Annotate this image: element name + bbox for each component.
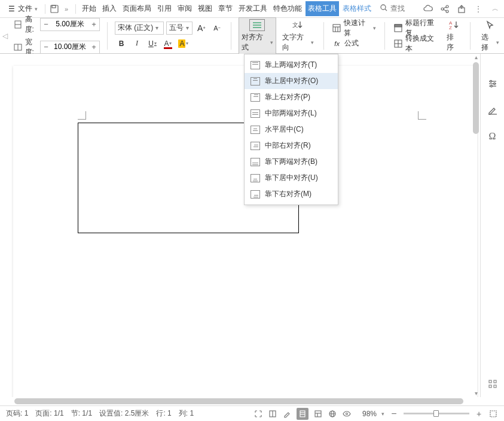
formula-button[interactable]: fx公式 xyxy=(331,37,378,50)
width-spinner[interactable]: − + xyxy=(40,41,100,54)
scroll-thumb[interactable] xyxy=(473,62,479,134)
cursor-button[interactable]: 选择▾ xyxy=(479,18,502,54)
zoom-value[interactable]: 98% xyxy=(362,410,377,418)
calc-group: 快速计算▾ fx公式 xyxy=(331,22,378,50)
web-icon[interactable] xyxy=(328,409,337,419)
font-name-combo[interactable]: 宋体 (正文)▾ xyxy=(115,22,164,35)
status-pageno[interactable]: 页码: 1 xyxy=(6,408,28,419)
width-input[interactable] xyxy=(51,43,88,51)
omega-icon[interactable]: Ω xyxy=(487,130,499,142)
align-top-right[interactable]: 靠上右对齐(P) xyxy=(245,89,338,105)
zoom-in-icon[interactable]: + xyxy=(474,409,484,419)
highlight-button[interactable]: A▾ xyxy=(177,37,190,50)
tab-devtools[interactable]: 开发工具 xyxy=(236,1,270,16)
fullwidth-icon[interactable] xyxy=(253,409,263,419)
tab-pagelayout[interactable]: 页面布局 xyxy=(120,1,154,16)
chevron-up-icon[interactable]: ︿ xyxy=(490,4,500,14)
height-spinner[interactable]: − + xyxy=(40,18,100,31)
status-setting[interactable]: 设置值: 2.5厘米 xyxy=(99,408,149,419)
align-label: 对齐方式 xyxy=(242,32,269,53)
scroll-up-icon[interactable]: ▴ xyxy=(473,54,479,61)
svg-rect-37 xyxy=(494,380,496,383)
underline-button[interactable]: U▾ xyxy=(146,37,159,50)
scroll-down-icon[interactable]: ▾ xyxy=(473,390,479,397)
separator xyxy=(384,22,385,50)
align-mid-justify[interactable]: 中部两端对齐(L) xyxy=(245,105,338,121)
tab-chapter[interactable]: 章节 xyxy=(216,1,235,16)
ribbon-collapse[interactable]: ◁ xyxy=(2,24,10,48)
horizontal-scrollbar[interactable] xyxy=(6,397,472,405)
status-page[interactable]: 页面: 1/1 xyxy=(35,408,63,419)
width-minus[interactable]: − xyxy=(41,41,51,53)
zoom-out-icon[interactable]: − xyxy=(389,409,399,419)
align-mid-right[interactable]: 中部右对齐(R) xyxy=(245,138,338,154)
quickcalc-button[interactable]: 快速计算▾ xyxy=(331,22,378,35)
pageview-icon[interactable] xyxy=(297,408,308,420)
width-plus[interactable]: + xyxy=(88,41,99,53)
eye-icon[interactable] xyxy=(342,409,352,419)
zoom-thumb[interactable] xyxy=(433,410,439,417)
textdir-icon: 文 xyxy=(290,19,306,31)
tab-tablestyle[interactable]: 表格样式 xyxy=(340,1,374,16)
align-bot-center[interactable]: 靠下居中对齐(U) xyxy=(245,170,338,186)
svg-rect-45 xyxy=(315,411,321,417)
header-repeat-button[interactable]: 标题行重复 xyxy=(392,22,441,35)
sort-button[interactable]: AZ 排序 xyxy=(444,18,463,54)
tab-special[interactable]: 特色功能 xyxy=(271,1,304,16)
tab-tabletools[interactable]: 表格工具 xyxy=(306,1,339,16)
fit-icon[interactable] xyxy=(488,409,498,419)
italic-button[interactable]: I xyxy=(130,37,143,50)
height-input[interactable] xyxy=(51,20,88,29)
tab-reference[interactable]: 引用 xyxy=(155,1,174,16)
kebab-icon[interactable]: ⋮ xyxy=(473,4,484,14)
align-top-center[interactable]: 靠上居中对齐(O) xyxy=(245,73,338,89)
font-size-combo[interactable]: 五号▾ xyxy=(166,22,193,35)
font-size: 五号 xyxy=(169,23,184,33)
shrink-font-button[interactable]: A− xyxy=(210,22,224,35)
align-icon xyxy=(251,126,260,134)
textdir-button[interactable]: 文 文字方向▾ xyxy=(280,18,316,54)
svg-point-6 xyxy=(446,10,448,13)
export-icon[interactable] xyxy=(456,4,467,14)
status-section[interactable]: 节: 1/1 xyxy=(71,408,92,419)
apps-icon[interactable] xyxy=(487,378,499,390)
grow-font-button[interactable]: A+ xyxy=(195,22,208,35)
cloud-icon[interactable] xyxy=(423,4,433,14)
convert-text-button[interactable]: 转换成文本 xyxy=(392,37,441,50)
svg-line-8 xyxy=(444,10,446,11)
select-label: 选择 xyxy=(481,32,495,53)
zoom-slider[interactable] xyxy=(404,413,469,414)
scroll-thumb-h[interactable] xyxy=(14,398,463,404)
bold-button[interactable]: B xyxy=(115,37,128,50)
align-mid-center[interactable]: 水平居中(C) xyxy=(245,121,338,138)
tab-view[interactable]: 视图 xyxy=(196,1,215,16)
align-icon xyxy=(251,61,260,69)
header-repeat-icon xyxy=(393,23,402,33)
font-color-button[interactable]: A▾ xyxy=(161,37,175,50)
align-top-justify[interactable]: 靠上两端对齐(T) xyxy=(245,57,338,73)
status-col[interactable]: 列: 1 xyxy=(179,408,194,419)
status-row[interactable]: 行: 1 xyxy=(156,408,171,419)
search-label: 查找 xyxy=(390,4,405,14)
align-bot-right[interactable]: 靠下右对齐(M) xyxy=(245,186,338,202)
edit-icon[interactable] xyxy=(282,409,292,419)
dd-label: 靠下右对齐(M) xyxy=(265,189,311,199)
readmode-icon[interactable] xyxy=(268,409,277,419)
pencil-icon[interactable] xyxy=(487,104,499,116)
save-icon[interactable] xyxy=(49,4,60,14)
settings-icon[interactable] xyxy=(487,78,499,90)
height-plus[interactable]: + xyxy=(88,19,99,30)
height-minus[interactable]: − xyxy=(41,19,51,30)
vertical-scrollbar[interactable]: ▴ ▾ xyxy=(472,54,480,397)
align-bot-justify[interactable]: 靠下两端对齐(B) xyxy=(245,154,338,170)
outline-icon[interactable] xyxy=(313,409,323,419)
share-icon[interactable] xyxy=(439,4,450,14)
search-button[interactable]: 查找 xyxy=(380,4,405,14)
more-icon[interactable]: » xyxy=(61,4,72,14)
file-menu[interactable]: ☰ 文件 ▾ xyxy=(4,2,41,15)
tab-insert[interactable]: 插入 xyxy=(100,1,119,16)
tab-review[interactable]: 审阅 xyxy=(175,1,194,16)
dimensions-group: 高度: − + 宽度: − + xyxy=(13,14,100,57)
align-button[interactable]: 对齐方式▾ xyxy=(239,17,276,54)
chevron-down-icon[interactable]: ▾ xyxy=(381,411,384,417)
